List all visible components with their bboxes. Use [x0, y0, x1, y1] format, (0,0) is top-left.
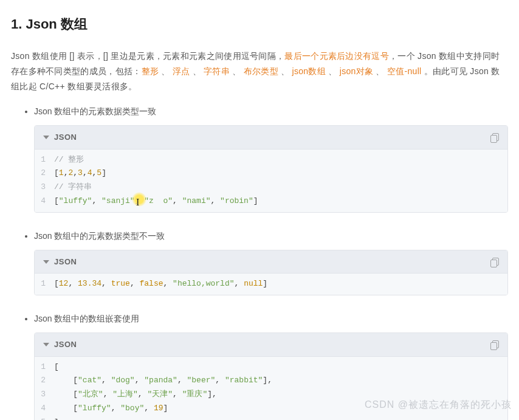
chevron-down-icon[interactable] — [43, 343, 49, 346]
code-language-label: JSON — [54, 337, 77, 351]
code-block-1: JSON 1// 整形2[1,2,3,4,5]3// 字符串4["luffy",… — [34, 125, 508, 212]
highlight-term: 字符串 — [204, 66, 230, 76]
line-content: ["北京", "上海", "天津", "重庆"], — [54, 388, 217, 402]
code-line: 2 ["cat", "dog", "panda", "beer", "rabbi… — [35, 374, 507, 388]
line-number: 4 — [41, 402, 54, 416]
copy-icon[interactable] — [490, 133, 499, 142]
bullet-3: Json 数组中的数组嵌套使用 — [34, 311, 508, 326]
line-content: // 整形 — [54, 153, 84, 167]
code-language-label: JSON — [54, 130, 77, 144]
code-block-3: JSON 1[2 ["cat", "dog", "panda", "beer",… — [34, 332, 508, 420]
line-number: 3 — [41, 181, 54, 195]
copy-icon[interactable] — [490, 258, 499, 266]
intro-paragraph: Json 数组使用 [] 表示，[] 里边是元素，元素和元素之间使用逗号间隔，最… — [11, 49, 508, 95]
highlight-term: 浮点 — [173, 66, 190, 76]
chevron-down-icon[interactable] — [43, 136, 49, 139]
code-body[interactable]: 1[12, 13.34, true, false, "hello,world",… — [35, 274, 507, 295]
bullet-1: Json 数组中的元素数据类型一致 — [34, 104, 508, 119]
code-language-label: JSON — [54, 255, 77, 269]
text-cursor-icon: I — [136, 194, 139, 211]
line-content: ] — [54, 416, 59, 420]
line-number: 5 — [41, 416, 54, 420]
highlight-term: 布尔类型 — [244, 66, 278, 76]
line-content: ["luffy", "boy", 19] — [54, 402, 168, 416]
code-header: JSON — [35, 333, 507, 356]
code-body[interactable]: 1[2 ["cat", "dog", "panda", "beer", "rab… — [35, 357, 507, 420]
code-header: JSON — [35, 126, 507, 149]
code-line: 1[12, 13.34, true, false, "hello,world",… — [35, 277, 507, 291]
code-line: 5] — [35, 416, 507, 420]
line-content: [ — [54, 360, 59, 374]
bullet-2: Json 数组中的元素数据类型不一致 — [34, 229, 508, 244]
line-content: [1,2,3,4,5] — [54, 167, 106, 181]
line-content: ["cat", "dog", "panda", "beer", "rabbit"… — [54, 374, 272, 388]
code-line: 4 ["luffy", "boy", 19] — [35, 402, 507, 416]
highlight-term: 最后一个元素后边没有逗号 — [284, 51, 389, 61]
line-number: 4 — [41, 195, 54, 208]
line-number: 3 — [41, 388, 54, 402]
section-heading: 1. Json 数组 — [11, 12, 508, 36]
code-line: 2[1,2,3,4,5] — [35, 167, 507, 181]
line-number: 1 — [41, 277, 54, 291]
code-line: 3 ["北京", "上海", "天津", "重庆"], — [35, 388, 507, 402]
highlight-term: 整形 — [142, 66, 159, 76]
chevron-down-icon[interactable] — [43, 260, 49, 264]
highlight-term: 空值-null — [387, 66, 422, 76]
line-number: 1 — [41, 360, 54, 374]
line-content: ["luffy", "sanji", "z o", "nami", "robin… — [54, 195, 258, 208]
highlight-term: json数组 — [292, 66, 326, 76]
code-body[interactable]: 1// 整形2[1,2,3,4,5]3// 字符串4["luffy", "san… — [35, 150, 507, 212]
copy-icon[interactable] — [490, 340, 499, 349]
line-number: 1 — [41, 153, 54, 167]
code-line: 3// 字符串 — [35, 181, 507, 195]
code-line: 1[ — [35, 360, 507, 374]
code-line: 4["luffy", "sanji", "z o", "nami", "robi… — [35, 195, 507, 208]
line-content: [12, 13.34, true, false, "hello,world", … — [54, 277, 267, 291]
code-line: 1// 整形 — [35, 153, 507, 167]
line-number: 2 — [41, 167, 54, 181]
code-block-2: JSON 1[12, 13.34, true, false, "hello,wo… — [34, 250, 508, 295]
code-header: JSON — [35, 250, 507, 274]
line-content: // 字符串 — [54, 181, 92, 195]
line-number: 2 — [41, 374, 54, 388]
highlight-term: json对象 — [340, 66, 373, 76]
